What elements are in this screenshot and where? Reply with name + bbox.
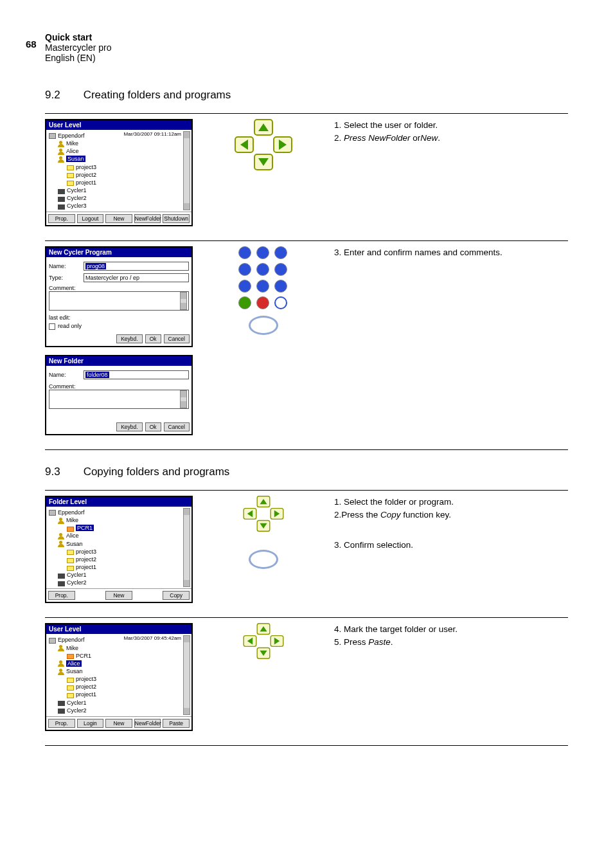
divider xyxy=(45,240,568,241)
new-folder-dialog: New Folder Name:folder08 Comment: Keybd.… xyxy=(45,355,193,435)
step-3: 3. Confirm selection. xyxy=(334,539,568,552)
instruction-text: 3. Enter and confirm names and comments. xyxy=(334,246,568,259)
folder-icon xyxy=(67,527,74,532)
user-alice[interactable]: Alice xyxy=(66,532,79,539)
user-icon xyxy=(58,660,64,667)
alice-selected[interactable]: Alice xyxy=(66,660,82,667)
confirm-icon xyxy=(249,316,278,335)
step-5: 5. Press Paste. xyxy=(334,636,568,649)
header-product: Mastercycler pro xyxy=(45,42,568,53)
step-1: 1. Select the user or folder. xyxy=(334,119,568,132)
newfolder-button[interactable]: NewFolder xyxy=(134,214,161,223)
name-input[interactable]: prog08 xyxy=(84,262,189,271)
type-select[interactable]: Mastercycler pro / ep xyxy=(84,273,189,282)
new-program-dialog: New Cycler Program Name:prog08 Type:Mast… xyxy=(45,246,193,347)
folder-project2[interactable]: project2 xyxy=(76,172,96,178)
shutdown-button[interactable]: Shutdown xyxy=(163,214,190,223)
step-4: 4. Mark the target folder or user. xyxy=(334,623,568,636)
scrollbar[interactable] xyxy=(183,508,190,587)
dpad-icon xyxy=(235,119,292,170)
scrollbar[interactable] xyxy=(180,390,187,408)
user-alice[interactable]: Alice xyxy=(66,148,79,154)
confirm-icon xyxy=(249,550,278,569)
divider xyxy=(45,113,568,114)
login-button[interactable]: Login xyxy=(77,719,104,728)
folder-icon xyxy=(67,685,74,691)
folder-icon xyxy=(67,558,74,563)
cycler2[interactable]: Cycler2 xyxy=(67,195,87,201)
folder-project3[interactable]: project3 xyxy=(76,164,96,170)
user-icon xyxy=(58,645,64,651)
user-mike[interactable]: Mike xyxy=(66,140,78,147)
scrollbar[interactable] xyxy=(180,292,187,310)
divider xyxy=(45,490,568,491)
cancel-button[interactable]: Cancel xyxy=(164,422,190,431)
user-level-window-2: User Level Mar/30/2007 09:45:42am Eppend… xyxy=(45,623,193,730)
window-titlebar: User Level xyxy=(46,120,191,130)
step-3: 3. Enter and confirm names and comments. xyxy=(334,246,568,259)
folder-project1[interactable]: project1 xyxy=(76,179,96,186)
folder-icon xyxy=(67,566,74,571)
readonly-label: read only xyxy=(58,323,82,329)
dpad-left-icon xyxy=(235,136,254,153)
folder-icon xyxy=(67,654,74,659)
folder-icon xyxy=(67,693,74,698)
instruction-text: 1. Select the folder or program. 2.Press… xyxy=(334,496,568,552)
user-susan-selected[interactable]: Susan xyxy=(66,156,85,162)
new-button[interactable]: New xyxy=(105,591,132,600)
comment-label: Comment: xyxy=(49,383,76,390)
window-titlebar: New Folder xyxy=(46,356,191,366)
new-button[interactable]: New xyxy=(105,214,132,223)
comment-textarea[interactable] xyxy=(49,291,189,311)
user-susan[interactable]: Susan xyxy=(66,541,83,547)
user-icon xyxy=(58,156,64,163)
ok-button[interactable]: Ok xyxy=(145,334,161,343)
ok-button[interactable]: Ok xyxy=(145,422,161,431)
root-icon xyxy=(49,133,56,139)
prop-button[interactable]: Prop. xyxy=(48,719,75,728)
cycler-icon xyxy=(58,197,65,202)
timestamp: Mar/30/2007 09:45:42am xyxy=(124,635,181,641)
cancel-button[interactable]: Cancel xyxy=(164,334,190,343)
cycler3[interactable]: Cycler3 xyxy=(67,203,87,209)
instruction-text: 4. Mark the target folder or user. 5. Pr… xyxy=(334,623,568,648)
section-9-3-heading: 9.3 Copying folders and programs xyxy=(45,466,568,478)
name-label: Name: xyxy=(49,372,78,378)
pcr1-selected[interactable]: PCR1 xyxy=(76,525,94,531)
prop-button[interactable]: Prop. xyxy=(48,214,75,223)
step-2: 2.Press the Copy function key. xyxy=(334,509,568,521)
cycler-icon xyxy=(58,581,65,586)
instruction-text: 1. Select the user or folder. 2. Press N… xyxy=(334,119,568,144)
prop-button[interactable]: Prop. xyxy=(48,591,75,600)
window-titlebar: Folder Level xyxy=(46,497,191,507)
section-title: Copying folders and programs xyxy=(84,466,230,478)
cycler1[interactable]: Cycler1 xyxy=(67,187,87,194)
lastedit-label: last edit: xyxy=(49,314,189,321)
readonly-checkbox[interactable] xyxy=(49,323,55,330)
copy-button[interactable]: Copy xyxy=(163,591,190,600)
logout-button[interactable]: Logout xyxy=(77,214,104,223)
dpad-right-icon xyxy=(273,136,292,153)
cycler-icon xyxy=(58,574,65,579)
keybd-button[interactable]: Keybd. xyxy=(116,334,142,343)
folder-icon xyxy=(67,678,74,683)
user-icon xyxy=(58,518,64,524)
newfolder-button[interactable]: NewFolder xyxy=(134,719,161,728)
cycler-icon xyxy=(58,204,65,210)
tree: Eppendorf Mike Alice Susan project3 proj… xyxy=(49,132,189,210)
cycler-icon xyxy=(58,709,65,714)
root-label[interactable]: Eppendorf xyxy=(58,509,85,516)
paste-button[interactable]: Paste xyxy=(163,719,190,728)
divider xyxy=(45,617,568,618)
user-mike[interactable]: Mike xyxy=(66,517,78,523)
name-input[interactable]: folder08 xyxy=(84,370,189,379)
dpad-up-icon xyxy=(254,119,273,136)
scrollbar[interactable] xyxy=(183,635,190,714)
new-button[interactable]: New xyxy=(105,719,132,728)
keybd-button[interactable]: Keybd. xyxy=(116,422,142,431)
comment-textarea[interactable] xyxy=(49,390,189,409)
header-title: Quick start xyxy=(45,32,568,42)
root-label[interactable]: Eppendorf xyxy=(58,132,85,139)
divider xyxy=(45,745,568,746)
scrollbar[interactable] xyxy=(183,131,190,210)
